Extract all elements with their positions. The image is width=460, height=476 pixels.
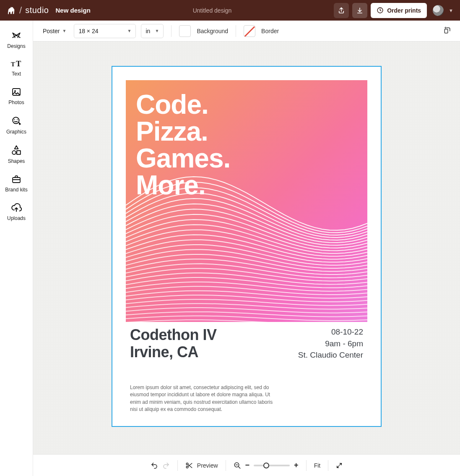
brand-separator: / bbox=[19, 5, 22, 16]
zoom-increase[interactable]: + bbox=[294, 461, 299, 470]
user-menu-caret[interactable]: ▼ bbox=[449, 8, 453, 13]
briefcase-icon bbox=[11, 174, 21, 184]
left-sidebar: Designs TT Text Photos Graphics Shapes B… bbox=[0, 21, 33, 476]
sidebar-item-shapes[interactable]: Shapes bbox=[0, 140, 33, 169]
svg-point-5 bbox=[14, 90, 16, 92]
fit-button[interactable]: Fit bbox=[314, 462, 321, 469]
order-prints-label: Order prints bbox=[387, 7, 421, 14]
sidebar-label: Uploads bbox=[7, 215, 26, 221]
toolbar-divider bbox=[236, 25, 236, 37]
zoom-out-icon bbox=[234, 462, 241, 469]
background-label: Background bbox=[197, 28, 228, 34]
svg-rect-10 bbox=[17, 151, 21, 154]
design-type-label: Poster bbox=[43, 28, 60, 34]
app-top-bar: / studio New design Untitled design Orde… bbox=[0, 0, 460, 21]
brand-name-text: studio bbox=[25, 5, 49, 15]
headline-line: More. bbox=[136, 172, 230, 199]
upload-icon bbox=[338, 7, 345, 14]
clock-icon bbox=[377, 7, 384, 14]
undo-button[interactable] bbox=[151, 462, 158, 469]
border-label: Border bbox=[261, 28, 279, 34]
canvas-area[interactable]: Code. Pizza. Games. More. Codethon IV Ir… bbox=[33, 42, 460, 476]
new-design-menu[interactable]: New design bbox=[56, 7, 91, 14]
zoom-out-button[interactable] bbox=[234, 462, 241, 469]
poster-headline[interactable]: Code. Pizza. Games. More. bbox=[136, 91, 230, 199]
redo-button[interactable] bbox=[162, 462, 170, 469]
photos-icon bbox=[11, 87, 21, 97]
user-avatar[interactable] bbox=[433, 5, 444, 16]
app-brand[interactable]: / studio bbox=[7, 5, 49, 16]
redo-icon bbox=[162, 462, 170, 469]
order-prints-button[interactable]: Order prints bbox=[371, 3, 427, 18]
horse-icon bbox=[7, 6, 16, 15]
headline-line: Code. bbox=[136, 91, 230, 118]
document-title[interactable]: Untitled design bbox=[193, 7, 232, 14]
expand-icon bbox=[336, 462, 343, 469]
headline-line: Games. bbox=[136, 145, 230, 172]
event-time: 9am - 6pm bbox=[298, 338, 363, 350]
sidebar-label: Designs bbox=[7, 43, 25, 49]
event-title: Codethon IV bbox=[130, 326, 216, 343]
svg-text:T: T bbox=[11, 61, 15, 68]
sidebar-label: Text bbox=[12, 71, 21, 77]
sidebar-item-text[interactable]: TT Text bbox=[0, 54, 33, 82]
share-button[interactable] bbox=[334, 3, 349, 18]
preview-button[interactable]: Preview bbox=[185, 462, 218, 469]
svg-point-8 bbox=[17, 119, 18, 120]
toolbar-divider bbox=[177, 460, 178, 471]
unit-label: in bbox=[146, 28, 150, 34]
top-actions: Order prints ▼ bbox=[334, 3, 453, 18]
fit-label: Fit bbox=[314, 462, 321, 469]
poster-info-row[interactable]: Codethon IV Irvine, CA 08-10-22 9am - 6p… bbox=[130, 326, 363, 361]
download-button[interactable] bbox=[352, 3, 367, 18]
rotate-button[interactable] bbox=[443, 26, 452, 36]
poster-artwork[interactable]: Code. Pizza. Games. More. bbox=[126, 80, 367, 322]
sidebar-label: Brand kits bbox=[5, 187, 27, 193]
chevron-down-icon: ▼ bbox=[155, 29, 159, 33]
svg-rect-11 bbox=[13, 178, 20, 183]
background-color-swatch[interactable] bbox=[179, 25, 191, 37]
sidebar-label: Photos bbox=[8, 99, 24, 105]
toolbar-divider bbox=[226, 460, 226, 471]
chevron-down-icon: ▼ bbox=[127, 29, 131, 33]
download-icon bbox=[356, 7, 364, 14]
unit-select[interactable]: in ▼ bbox=[141, 24, 164, 38]
svg-point-9 bbox=[12, 151, 16, 154]
zoom-slider-handle[interactable] bbox=[263, 463, 269, 468]
bottom-toolbar: Preview − + Fit bbox=[33, 454, 460, 476]
zoom-slider[interactable] bbox=[254, 465, 290, 466]
rotate-icon bbox=[443, 26, 452, 34]
border-color-swatch[interactable] bbox=[244, 25, 255, 37]
svg-text:T: T bbox=[16, 59, 21, 68]
design-type-select[interactable]: Poster ▼ bbox=[40, 24, 69, 38]
zoom-decrease[interactable]: − bbox=[245, 461, 250, 470]
headline-line: Pizza. bbox=[136, 118, 230, 145]
toolbar-divider bbox=[171, 25, 172, 37]
fullscreen-button[interactable] bbox=[336, 462, 343, 469]
svg-point-6 bbox=[13, 117, 19, 123]
preview-label: Preview bbox=[197, 462, 218, 469]
sidebar-label: Graphics bbox=[6, 129, 26, 135]
toolbar-divider bbox=[306, 460, 307, 471]
sidebar-item-photos[interactable]: Photos bbox=[0, 82, 33, 110]
event-title-block: Codethon IV Irvine, CA bbox=[130, 326, 216, 361]
undo-icon bbox=[151, 462, 158, 469]
scissors-icon bbox=[185, 462, 193, 469]
design-page[interactable]: Code. Pizza. Games. More. Codethon IV Ir… bbox=[112, 67, 381, 426]
shapes-icon bbox=[11, 145, 22, 156]
dimensions-select[interactable]: 18 × 24 ▼ bbox=[74, 24, 136, 38]
sidebar-label: Shapes bbox=[8, 158, 25, 164]
dimensions-label: 18 × 24 bbox=[78, 28, 98, 34]
cloud-upload-icon bbox=[11, 203, 22, 213]
sidebar-item-designs[interactable]: Designs bbox=[0, 25, 33, 54]
text-icon: TT bbox=[11, 59, 22, 68]
sidebar-item-graphics[interactable]: Graphics bbox=[0, 110, 33, 140]
poster-body-text[interactable]: Lorem ipsum dolor sit amet, consectetur … bbox=[130, 384, 281, 413]
graphics-icon bbox=[11, 115, 22, 126]
sidebar-item-brandkits[interactable]: Brand kits bbox=[0, 169, 33, 198]
event-details-block: 08-10-22 9am - 6pm St. Claudio Center bbox=[298, 326, 363, 361]
sidebar-item-uploads[interactable]: Uploads bbox=[0, 198, 33, 226]
chevron-down-icon: ▼ bbox=[62, 29, 66, 33]
toolbar-divider bbox=[328, 460, 328, 471]
event-date: 08-10-22 bbox=[298, 326, 363, 338]
